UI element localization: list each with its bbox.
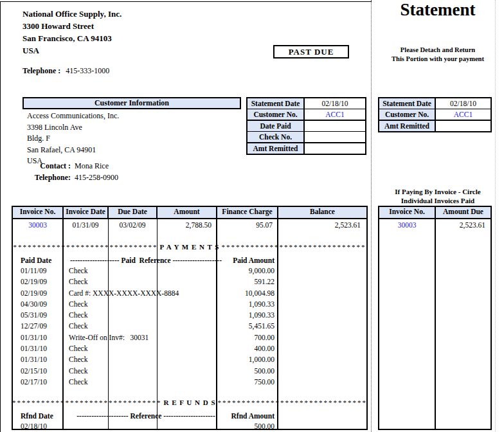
date-paid-label: Date Paid xyxy=(248,121,305,131)
customer-no-label: Customer No. xyxy=(248,109,305,120)
refunds-column-headers: Rfnd Date --------------------- Referenc… xyxy=(13,411,366,421)
statement-info-table: Statement Date 02/18/10 Customer No. ACC… xyxy=(246,97,366,155)
refunds-section-banner: ****************************************… xyxy=(13,398,366,408)
customer-phone-row: Telephone:415-258-0900 xyxy=(27,172,118,183)
detach-note-line2: This Portion with your payment xyxy=(372,55,504,64)
pay-by-invoice-note-line1: If Paying By Invoice - Circle xyxy=(372,188,504,197)
asterisks: **************************************** xyxy=(13,242,158,252)
payment-row: 05/31/09 Check 1,090.33 xyxy=(13,310,366,321)
paid-amount: 1,000.00 xyxy=(167,354,274,365)
customer-info-header: Customer Information xyxy=(22,97,241,109)
rfnd-date-header: Rfnd Date xyxy=(21,411,53,421)
col-header-invoice-date: Invoice Date xyxy=(64,207,109,218)
invoice-number-link[interactable]: 30003 xyxy=(379,221,435,230)
paid-amount: 1,090.33 xyxy=(167,299,274,310)
paid-reference: Check xyxy=(69,299,87,310)
check-no-value xyxy=(305,132,365,142)
refunds-section-title: R E F U N D S xyxy=(161,398,217,408)
company-phone-value: 415-333-1000 xyxy=(66,66,109,75)
paid-date: 12/27/09 xyxy=(21,321,47,332)
refund-row: 02/18/10 500.00 xyxy=(13,421,366,432)
finance-charge: 95.07 xyxy=(217,221,273,230)
payment-row: 12/27/09 Check 5,451.65 xyxy=(13,321,366,332)
customer-phone-label: Telephone: xyxy=(27,172,71,183)
invoice-table: Invoice No. Invoice Date Due Date Amount… xyxy=(12,206,368,430)
customer-no-link[interactable]: ACC1 xyxy=(436,109,491,120)
customer-address-line: Bldg. F xyxy=(27,133,119,145)
customer-no-label: Customer No. xyxy=(379,109,436,120)
customer-contact-block: Contact :Mona Rice Telephone:415-258-090… xyxy=(27,160,118,183)
payments-section-banner: ****************************************… xyxy=(13,242,366,252)
invoice-table-body: 30003 01/31/09 03/02/09 2,788.50 95.07 2… xyxy=(13,219,366,430)
payments-column-headers: Paid Date -------------------- Paid Refe… xyxy=(13,255,366,266)
payment-row: 01/31/10 Check 1,000.00 xyxy=(13,354,366,365)
company-address-line: San Francisco, CA 94103 xyxy=(22,32,122,44)
paid-date: 01/31/10 xyxy=(21,332,47,343)
column-rule xyxy=(108,219,109,430)
paid-amount: 500.00 xyxy=(167,366,274,377)
paid-date: 01/31/10 xyxy=(21,343,47,354)
paid-reference: Check xyxy=(69,310,87,321)
invoice-balance: 2,523.61 xyxy=(278,221,361,230)
rfnd-amount: 500.00 xyxy=(167,421,274,432)
rfnd-date: 02/18/10 xyxy=(21,421,47,432)
remit-info-table: Statement Date 02/18/10 Customer No. ACC… xyxy=(378,97,492,132)
info-row: Customer No. ACC1 xyxy=(379,109,491,121)
paid-date: 02/15/10 xyxy=(21,366,47,377)
check-no-label: Check No. xyxy=(248,132,305,142)
statement-date-label: Statement Date xyxy=(379,98,436,109)
detach-note: Please Detach and Return This Portion wi… xyxy=(372,46,504,64)
info-row: Statement Date 02/18/10 xyxy=(379,98,491,109)
paid-reference: Check xyxy=(69,377,87,388)
info-row: Check No. xyxy=(248,132,365,143)
statement-page: National Office Supply, Inc. 3300 Howard… xyxy=(0,0,504,432)
payment-row: 01/31/10 Write-Off on Inv#: 30031 700.00 xyxy=(13,332,366,343)
paid-amount: 10,004.98 xyxy=(167,288,274,299)
detach-perforation-line xyxy=(371,0,372,432)
statement-date-value: 02/18/10 xyxy=(436,98,491,109)
paid-reference: Check xyxy=(69,321,87,332)
customer-address-line: 3398 Lincoln Ave xyxy=(27,122,119,134)
customer-address-block: Access Communications, Inc. 3398 Lincoln… xyxy=(27,111,119,167)
info-row: Amt Remitted xyxy=(248,143,365,154)
payment-row: 02/19/09 Card #: XXXX-XXXX-XXXX-8884 10,… xyxy=(13,288,366,299)
invoice-number-link[interactable]: 30003 xyxy=(13,221,62,230)
info-row: Date Paid xyxy=(248,121,365,132)
contact-label: Contact : xyxy=(27,160,71,172)
company-address-block: National Office Supply, Inc. 3300 Howard… xyxy=(22,8,122,57)
column-rule xyxy=(216,219,217,430)
paid-reference: Card #: XXXX-XXXX-XXXX-8884 xyxy=(69,288,179,299)
payments-section-title: P A Y M E N T S xyxy=(158,242,222,252)
right-edge-perforation-line xyxy=(495,0,496,432)
amt-remitted-value xyxy=(436,121,491,131)
customer-no-link[interactable]: ACC1 xyxy=(305,109,365,120)
paid-reference: Check xyxy=(69,343,87,354)
payment-row: 02/15/10 Check 500.00 xyxy=(13,366,366,377)
paid-date: 01/11/09 xyxy=(21,266,46,276)
info-row: Customer No. ACC1 xyxy=(248,109,365,121)
col-header-due-date: Due Date xyxy=(109,207,158,218)
paid-amount-header: Paid Amount xyxy=(225,255,274,266)
paid-reference: Check xyxy=(69,266,87,276)
paid-date: 05/31/09 xyxy=(21,310,47,321)
past-due-badge: PAST DUE xyxy=(273,45,349,59)
column-rule xyxy=(62,219,64,430)
paid-amount: 5,451.65 xyxy=(167,321,274,332)
pay-by-invoice-note-line2: Individual Invoices Paid xyxy=(372,197,504,206)
customer-phone-value: 415-258-0900 xyxy=(75,173,118,182)
asterisks: **************************************** xyxy=(218,398,366,408)
payment-row: 04/30/09 Check 1,090.33 xyxy=(13,299,366,310)
column-rule xyxy=(435,219,436,430)
col-header-finance-charge: Finance Charge xyxy=(217,207,278,218)
date-paid-value xyxy=(305,121,365,131)
statement-date-value: 02/18/10 xyxy=(305,98,365,109)
company-address-line: USA xyxy=(22,44,122,57)
asterisks: **************************************** xyxy=(221,242,366,252)
company-name: National Office Supply, Inc. xyxy=(22,8,122,20)
amt-remitted-value xyxy=(305,143,365,154)
info-row: Statement Date 02/18/10 xyxy=(248,98,365,109)
customer-name: Access Communications, Inc. xyxy=(27,111,119,122)
page-top-border xyxy=(0,1,372,2)
col-header-amount: Amount xyxy=(158,207,217,218)
company-phone-label: Telephone : xyxy=(22,66,60,75)
